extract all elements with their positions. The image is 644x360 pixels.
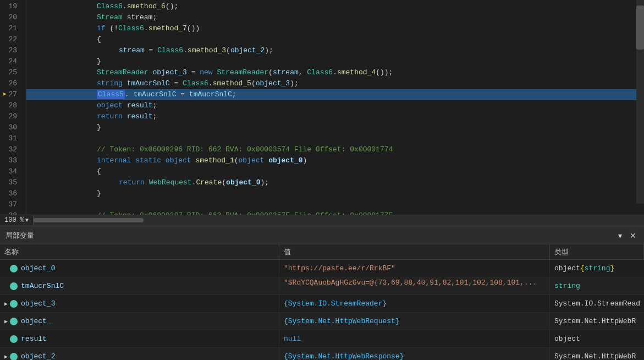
code-line-23: stream = Class6.smethod_3(object_2); <box>26 45 644 56</box>
code-line-32: // Token: 0x06000296 RID: 662 RVA: 0x000… <box>26 144 644 155</box>
var-type: System.Net.HttpWebR <box>554 317 636 325</box>
var-value: {System.Net.HttpWebRequest} <box>284 317 400 325</box>
code-line-26: string tmAucrSnlC = Class6.smethod_5(obj… <box>26 78 644 89</box>
zoom-label: 100 % <box>4 216 24 224</box>
code-line-35: return WebRequest.Create(object_0); <box>26 177 644 188</box>
obj-icon <box>10 335 18 343</box>
table-row: ▶ object_0 "https://paste.ee/r/RrkBF" ob… <box>0 260 644 277</box>
arrow-indicator: ➤ <box>2 89 7 100</box>
locals-table: 名称 值 类型 ▶ object_0 "https://paste.ee/r/R… <box>0 244 644 360</box>
obj-icon <box>10 282 18 290</box>
zoom-dropdown-icon[interactable]: ▼ <box>25 217 29 223</box>
var-name: tmAucrSnlC <box>21 282 64 290</box>
code-line-25: StreamReader object_3 = new StreamReader… <box>26 67 644 78</box>
table-row: ▶ result null object <box>0 330 644 348</box>
th-type: 类型 <box>550 244 644 259</box>
code-line-29: return result; <box>26 111 644 122</box>
code-line-21: if (!Class6.smethod_7()) <box>26 23 644 34</box>
code-line-36: } <box>26 188 644 199</box>
var-type: object <box>554 335 580 343</box>
obj-icon <box>10 265 18 272</box>
var-name: object_3 <box>21 299 55 308</box>
close-button[interactable]: ✕ <box>628 230 639 241</box>
code-line-30: } <box>26 122 644 133</box>
code-line-38: // Token: 0x06000297 RID: 663 RVA: 0x000… <box>26 210 644 215</box>
expand-icon[interactable]: ▶ <box>4 301 8 307</box>
th-value: 值 <box>279 244 550 259</box>
editor-area: 19 20 21 22 23 24 25 26 ➤ 27 28 29 30 31… <box>0 0 644 215</box>
obj-icon <box>10 318 18 325</box>
pin-button[interactable]: ▾ <box>616 230 624 241</box>
expand-icon[interactable]: ▶ <box>4 353 8 360</box>
var-value: {System.Net.HttpWebResponse} <box>284 352 404 360</box>
code-lines: Class6.smethod_6(); Stream stream; if (!… <box>26 0 644 215</box>
var-type: string <box>554 282 580 290</box>
code-line-27: Class5. tmAucrSnlC = tmAucrSnlC; <box>26 89 644 100</box>
code-line-28: object result; <box>26 100 644 111</box>
code-line-24: } <box>26 56 644 67</box>
code-line-33: internal static object smethod_1(object … <box>26 155 644 166</box>
var-value: null <box>284 335 301 343</box>
locals-header: 局部变量 ▾ ✕ <box>0 227 644 244</box>
table-row: ▶ object_3 {System.IO.StreamReader} Syst… <box>0 295 644 313</box>
code-line-31 <box>26 133 644 144</box>
vertical-scrollbar[interactable] <box>636 0 644 204</box>
code-line-22: { <box>26 34 644 45</box>
table-row: ▶ object_2 {System.Net.HttpWebResponse} … <box>0 348 644 360</box>
th-name: 名称 <box>0 244 279 259</box>
var-type: object <box>554 264 580 272</box>
vscrollbar-thumb[interactable] <box>636 6 644 50</box>
expand-icon[interactable]: ▶ <box>4 318 8 325</box>
code-container: 19 20 21 22 23 24 25 26 ➤ 27 28 29 30 31… <box>0 0 644 215</box>
var-value: {System.IO.StreamReader} <box>284 299 387 308</box>
scrollbar-area: 100 % ▼ <box>0 215 644 226</box>
code-line-20: Stream stream; <box>26 12 644 23</box>
table-row: ▶ object_ {System.Net.HttpWebRequest} Sy… <box>0 313 644 330</box>
var-type: System.Net.HttpWebR <box>554 352 636 360</box>
table-row: ▶ tmAucrSnlC "$RqYCQAuobAgHGzGvu=@{73,69… <box>0 277 644 295</box>
table-header: 名称 值 类型 <box>0 244 644 260</box>
var-name: object_ <box>21 317 51 325</box>
locals-title: 局部变量 <box>5 231 34 241</box>
zoom-control[interactable]: 100 % ▼ <box>0 215 34 225</box>
table-body: ▶ object_0 "https://paste.ee/r/RrkBF" ob… <box>0 260 644 360</box>
var-name: object_0 <box>21 264 55 272</box>
locals-controls: ▾ ✕ <box>616 230 639 241</box>
hscrollbar-track[interactable] <box>34 215 644 225</box>
obj-icon <box>10 353 18 361</box>
code-line-19: Class6.smethod_6(); <box>26 1 644 12</box>
obj-icon <box>10 300 18 308</box>
var-type: System.IO.StreamRead <box>554 299 640 308</box>
locals-panel: 局部变量 ▾ ✕ 名称 值 类型 ▶ object_0 "https://pas… <box>0 226 644 360</box>
line-numbers: 19 20 21 22 23 24 25 26 ➤ 27 28 29 30 31… <box>0 0 26 215</box>
var-name: object_2 <box>21 352 55 360</box>
var-name: result <box>21 335 47 343</box>
hscrollbar-thumb[interactable] <box>34 218 144 222</box>
code-line-34: { <box>26 166 644 177</box>
var-value: "https://paste.ee/r/RrkBF" <box>284 264 395 272</box>
var-value: "$RqYCQAuobAgHGzGvu=@{73,69,88,40,91,82,… <box>284 279 537 287</box>
code-line-37 <box>26 199 644 210</box>
